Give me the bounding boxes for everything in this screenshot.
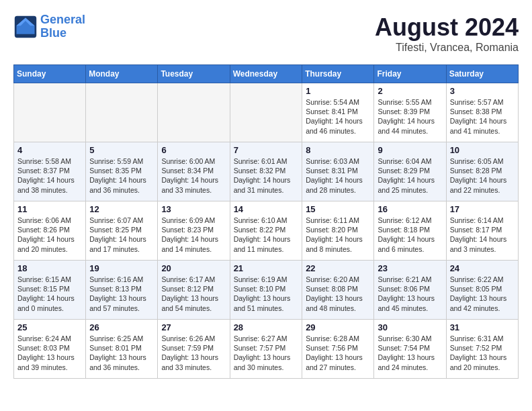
weekday-header: Friday <box>374 65 446 83</box>
day-number: 7 <box>234 145 299 155</box>
calendar-day-cell: 29Sunrise: 6:28 AMSunset: 7:56 PMDayligh… <box>302 320 374 379</box>
day-number: 31 <box>450 322 515 332</box>
day-info: Sunrise: 6:31 AMSunset: 7:52 PMDaylight:… <box>450 334 515 372</box>
calendar-day-cell: 4Sunrise: 5:58 AMSunset: 8:37 PMDaylight… <box>14 142 86 201</box>
weekday-header: Saturday <box>446 65 518 83</box>
day-info: Sunrise: 6:01 AMSunset: 8:32 PMDaylight:… <box>234 156 299 195</box>
calendar-day-cell: 26Sunrise: 6:25 AMSunset: 8:01 PMDayligh… <box>86 320 158 379</box>
day-number: 1 <box>306 86 370 96</box>
calendar-day-cell: 8Sunrise: 6:03 AMSunset: 8:31 PMDaylight… <box>302 142 374 201</box>
calendar-day-cell: 9Sunrise: 6:04 AMSunset: 8:29 PMDaylight… <box>374 142 446 201</box>
day-number: 22 <box>306 263 370 273</box>
calendar-day-cell: 3Sunrise: 5:57 AMSunset: 8:38 PMDaylight… <box>446 83 518 142</box>
calendar-day-cell: 5Sunrise: 5:59 AMSunset: 8:35 PMDaylight… <box>86 142 158 201</box>
day-info: Sunrise: 6:16 AMSunset: 8:13 PMDaylight:… <box>89 275 154 313</box>
day-info: Sunrise: 5:57 AMSunset: 8:38 PMDaylight:… <box>450 97 515 136</box>
weekday-header: Sunday <box>14 65 86 83</box>
calendar-day-cell: 1Sunrise: 5:54 AMSunset: 8:41 PMDaylight… <box>302 83 374 142</box>
calendar-week-row: 4Sunrise: 5:58 AMSunset: 8:37 PMDaylight… <box>14 142 519 201</box>
weekday-header: Wednesday <box>230 65 302 83</box>
calendar-day-cell: 24Sunrise: 6:22 AMSunset: 8:05 PMDayligh… <box>446 261 518 320</box>
calendar-day-cell: 23Sunrise: 6:21 AMSunset: 8:06 PMDayligh… <box>374 261 446 320</box>
calendar-day-cell: 30Sunrise: 6:30 AMSunset: 7:54 PMDayligh… <box>374 320 446 379</box>
logo-text: General Blue <box>40 13 85 40</box>
calendar-day-cell: 28Sunrise: 6:27 AMSunset: 7:57 PMDayligh… <box>230 320 302 379</box>
day-info: Sunrise: 6:07 AMSunset: 8:25 PMDaylight:… <box>89 216 154 254</box>
calendar-day-cell: 2Sunrise: 5:55 AMSunset: 8:39 PMDaylight… <box>374 83 446 142</box>
day-number: 3 <box>450 86 515 96</box>
day-info: Sunrise: 5:59 AMSunset: 8:35 PMDaylight:… <box>89 156 154 195</box>
day-info: Sunrise: 6:00 AMSunset: 8:34 PMDaylight:… <box>161 156 226 195</box>
day-number: 16 <box>378 204 442 214</box>
day-info: Sunrise: 5:54 AMSunset: 8:41 PMDaylight:… <box>306 97 370 136</box>
calendar-day-cell: 11Sunrise: 6:06 AMSunset: 8:26 PMDayligh… <box>14 201 86 261</box>
day-number: 20 <box>161 263 226 273</box>
day-info: Sunrise: 6:03 AMSunset: 8:31 PMDaylight:… <box>306 156 370 195</box>
day-info: Sunrise: 6:11 AMSunset: 8:20 PMDaylight:… <box>306 216 370 254</box>
calendar-week-row: 18Sunrise: 6:15 AMSunset: 8:15 PMDayligh… <box>14 261 519 320</box>
day-info: Sunrise: 6:14 AMSunset: 8:17 PMDaylight:… <box>450 216 515 254</box>
day-number: 21 <box>234 263 299 273</box>
day-number: 11 <box>17 204 82 214</box>
day-info: Sunrise: 6:30 AMSunset: 7:54 PMDaylight:… <box>378 334 442 372</box>
weekday-header-row: SundayMondayTuesdayWednesdayThursdayFrid… <box>14 65 519 83</box>
day-number: 13 <box>161 204 226 214</box>
logo-icon <box>13 15 38 39</box>
day-info: Sunrise: 6:26 AMSunset: 7:59 PMDaylight:… <box>161 334 226 372</box>
calendar-day-cell: 20Sunrise: 6:17 AMSunset: 8:12 PMDayligh… <box>158 261 230 320</box>
day-info: Sunrise: 5:58 AMSunset: 8:37 PMDaylight:… <box>17 156 82 195</box>
calendar-day-cell: 27Sunrise: 6:26 AMSunset: 7:59 PMDayligh… <box>158 320 230 379</box>
day-number: 28 <box>234 322 299 332</box>
day-number: 9 <box>378 145 442 155</box>
calendar-week-row: 11Sunrise: 6:06 AMSunset: 8:26 PMDayligh… <box>14 201 519 261</box>
day-number: 26 <box>89 322 154 332</box>
day-info: Sunrise: 5:55 AMSunset: 8:39 PMDaylight:… <box>378 97 442 136</box>
page-title: August 2024 <box>375 13 519 42</box>
day-info: Sunrise: 6:04 AMSunset: 8:29 PMDaylight:… <box>378 156 442 195</box>
day-number: 29 <box>306 322 370 332</box>
weekday-header: Thursday <box>302 65 374 83</box>
calendar-table: SundayMondayTuesdayWednesdayThursdayFrid… <box>13 64 519 379</box>
calendar-day-cell <box>230 83 302 142</box>
day-info: Sunrise: 6:19 AMSunset: 8:10 PMDaylight:… <box>234 275 299 313</box>
calendar-day-cell: 12Sunrise: 6:07 AMSunset: 8:25 PMDayligh… <box>86 201 158 261</box>
calendar-day-cell: 13Sunrise: 6:09 AMSunset: 8:23 PMDayligh… <box>158 201 230 261</box>
calendar-week-row: 1Sunrise: 5:54 AMSunset: 8:41 PMDaylight… <box>14 83 519 142</box>
calendar-day-cell <box>14 83 86 142</box>
day-number: 4 <box>17 145 82 155</box>
calendar-day-cell <box>158 83 230 142</box>
calendar-day-cell: 6Sunrise: 6:00 AMSunset: 8:34 PMDaylight… <box>158 142 230 201</box>
logo: General Blue <box>13 13 85 40</box>
day-number: 5 <box>89 145 154 155</box>
day-number: 15 <box>306 204 370 214</box>
day-number: 30 <box>378 322 442 332</box>
day-number: 24 <box>450 263 515 273</box>
day-info: Sunrise: 6:12 AMSunset: 8:18 PMDaylight:… <box>378 216 442 254</box>
day-number: 12 <box>89 204 154 214</box>
day-number: 17 <box>450 204 515 214</box>
day-number: 10 <box>450 145 515 155</box>
calendar-day-cell: 25Sunrise: 6:24 AMSunset: 8:03 PMDayligh… <box>14 320 86 379</box>
calendar-week-row: 25Sunrise: 6:24 AMSunset: 8:03 PMDayligh… <box>14 320 519 379</box>
day-info: Sunrise: 6:28 AMSunset: 7:56 PMDaylight:… <box>306 334 370 372</box>
logo-line1: General <box>40 13 85 26</box>
day-info: Sunrise: 6:10 AMSunset: 8:22 PMDaylight:… <box>234 216 299 254</box>
title-block: August 2024 Tifesti, Vrancea, Romania <box>375 13 519 54</box>
weekday-header: Tuesday <box>158 65 230 83</box>
day-number: 6 <box>161 145 226 155</box>
calendar-day-cell <box>86 83 158 142</box>
page-header: General Blue August 2024 Tifesti, Vrance… <box>13 13 519 54</box>
day-number: 14 <box>234 204 299 214</box>
day-number: 23 <box>378 263 442 273</box>
day-number: 19 <box>89 263 154 273</box>
day-info: Sunrise: 6:25 AMSunset: 8:01 PMDaylight:… <box>89 334 154 372</box>
calendar-day-cell: 21Sunrise: 6:19 AMSunset: 8:10 PMDayligh… <box>230 261 302 320</box>
calendar-day-cell: 31Sunrise: 6:31 AMSunset: 7:52 PMDayligh… <box>446 320 518 379</box>
day-number: 2 <box>378 86 442 96</box>
calendar-day-cell: 22Sunrise: 6:20 AMSunset: 8:08 PMDayligh… <box>302 261 374 320</box>
day-number: 8 <box>306 145 370 155</box>
day-info: Sunrise: 6:05 AMSunset: 8:28 PMDaylight:… <box>450 156 515 195</box>
calendar-day-cell: 18Sunrise: 6:15 AMSunset: 8:15 PMDayligh… <box>14 261 86 320</box>
day-info: Sunrise: 6:22 AMSunset: 8:05 PMDaylight:… <box>450 275 515 313</box>
day-info: Sunrise: 6:27 AMSunset: 7:57 PMDaylight:… <box>234 334 299 372</box>
